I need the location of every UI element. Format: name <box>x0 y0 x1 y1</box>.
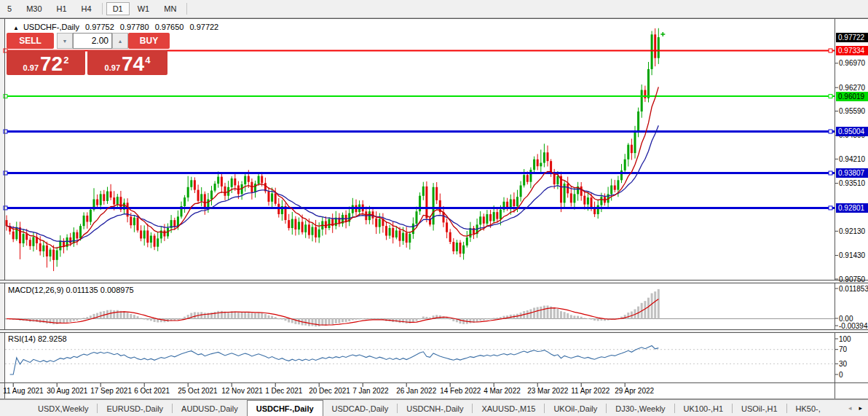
tab-scroll-left-icon[interactable]: ◂ <box>845 404 856 412</box>
macd-histogram-bar <box>483 319 485 321</box>
tab-scroll-right-icon[interactable]: ▸ <box>855 404 866 412</box>
ask-price-button[interactable]: 0.97744 <box>87 50 167 75</box>
chart-tab-ukoil-daily[interactable]: UKOil-,Daily <box>545 400 606 416</box>
candle-body <box>533 160 535 170</box>
candle-body <box>79 226 82 238</box>
candle-body <box>641 90 643 112</box>
price-axis-label: 0.96970 <box>839 59 868 67</box>
line-handle-right[interactable] <box>829 95 832 98</box>
candle-body <box>496 212 498 219</box>
date-axis-label: 25 Oct 2021 <box>178 387 217 395</box>
macd-histogram-bar <box>368 318 371 319</box>
macd-histogram-bar <box>529 309 532 318</box>
chart-tab-xauusd-m15[interactable]: XAUUSD-,M15 <box>473 400 544 416</box>
bid-big-digits: 72 <box>40 53 63 75</box>
volume-input[interactable]: 2.00 <box>73 33 112 49</box>
candle-body <box>137 218 139 231</box>
timeframe-button-5[interactable]: 5 <box>1 3 18 15</box>
chart-tab-usdx-weekly[interactable]: USDX,Weekly <box>29 400 97 416</box>
macd-histogram-bar <box>543 306 545 319</box>
timeframe-button-w1[interactable]: W1 <box>131 3 157 15</box>
macd-label: MACD(12,26,9) 0.011135 0.008975 <box>8 286 134 294</box>
chart-tab-usoil-h1[interactable]: USOil-,H1 <box>733 400 786 416</box>
macd-histogram-bar <box>540 307 542 319</box>
timeframe-button-h4[interactable]: H4 <box>75 3 98 15</box>
macd-histogram-bar <box>573 315 575 318</box>
macd-histogram-bar <box>462 319 465 324</box>
timeframe-toolbar: 5M30H1H4D1W1MN <box>0 0 868 18</box>
volume-decrease-button[interactable]: ▼ <box>57 33 73 49</box>
candle-body <box>651 34 653 69</box>
timeframe-button-h1[interactable]: H1 <box>50 3 74 15</box>
candle-body <box>456 243 458 251</box>
candle-body <box>399 230 401 240</box>
bid-price-button[interactable]: 0.97722 <box>7 50 85 75</box>
macd-histogram-bar <box>73 319 75 321</box>
macd-histogram-bar <box>335 319 337 324</box>
chart-tab-usdcad-daily[interactable]: USDCAD-,Daily <box>323 400 398 416</box>
candle-body <box>312 227 314 235</box>
candle-body <box>248 176 250 182</box>
macd-histogram-bar <box>486 319 488 320</box>
macd-histogram-bar <box>651 294 653 319</box>
candle-body <box>301 222 304 232</box>
macd-histogram-bar <box>83 318 85 318</box>
chart-tab-audusd-daily[interactable]: AUDUSD-,Daily <box>173 400 247 416</box>
chart-tab-hk50[interactable]: HK50-, <box>787 400 829 416</box>
timeframe-button-d1[interactable]: D1 <box>106 2 130 15</box>
volume-increase-button[interactable]: ▲ <box>112 33 128 49</box>
macd-histogram-bar <box>308 319 310 326</box>
candle-body <box>154 236 156 247</box>
candle-body <box>69 238 71 243</box>
date-axis-label: 6 Oct 2021 <box>134 387 170 395</box>
macd-histogram-bar <box>42 319 44 323</box>
candle-body <box>587 197 589 205</box>
line-handle-right[interactable] <box>829 130 832 133</box>
macd-histogram-bar <box>268 315 270 319</box>
chart-tab-eurusd-daily[interactable]: EURUSD-,Daily <box>98 400 172 416</box>
collapse-triangle-icon[interactable]: ▲ <box>13 25 19 31</box>
candle-body <box>96 200 98 205</box>
candle-body <box>395 230 398 238</box>
line-handle-right[interactable] <box>829 206 832 210</box>
date-axis-label: 11 Apr 2022 <box>571 387 609 395</box>
macd-histogram-bar <box>241 313 243 319</box>
candle-body <box>234 178 236 186</box>
macd-histogram-bar <box>406 319 408 324</box>
chart-tab-dj30-weekly[interactable]: DJ30-,Weekly <box>607 400 674 416</box>
line-handle-right[interactable] <box>829 49 832 52</box>
candle-body <box>117 197 119 205</box>
candle-body <box>483 216 485 224</box>
candle-body <box>425 187 427 219</box>
price-axis-label: 0.90750 <box>839 275 868 283</box>
date-axis-label: 11 Aug 2021 <box>3 387 43 395</box>
macd-histogram-bar <box>644 301 646 318</box>
candle-body <box>325 221 327 229</box>
chart-tab-usdchf-daily[interactable]: USDCHF-,Daily <box>247 400 323 416</box>
candle-body <box>412 224 414 234</box>
chart-tab-usdcnh-daily[interactable]: USDCNH-,Daily <box>398 400 472 416</box>
candle-body <box>29 240 31 246</box>
candle-body <box>556 176 559 184</box>
candle-body <box>73 232 75 243</box>
macd-histogram-bar <box>479 319 481 321</box>
macd-histogram-bar <box>342 319 344 323</box>
date-axis-label: 4 Mar 2022 <box>484 387 521 395</box>
macd-histogram-bar <box>50 319 52 324</box>
macd-histogram-bar <box>237 313 240 319</box>
macd-histogram-bar <box>399 319 401 323</box>
candle-body <box>143 230 146 238</box>
timeframe-button-mn[interactable]: MN <box>157 3 183 15</box>
candle-body <box>207 200 209 208</box>
line-handle-right[interactable] <box>829 171 832 175</box>
buy-button[interactable]: BUY <box>128 33 170 49</box>
chart-tab-uk100-h1[interactable]: UK100-,H1 <box>675 400 732 416</box>
macd-histogram-bar <box>553 308 556 319</box>
sell-button[interactable]: SELL <box>7 33 54 49</box>
timeframe-button-m30[interactable]: M30 <box>20 3 48 15</box>
candle-body <box>379 219 381 227</box>
macd-histogram-bar <box>254 313 256 319</box>
macd-histogram-bar <box>258 313 260 318</box>
macd-histogram-bar <box>365 319 367 320</box>
candle-body <box>500 210 502 219</box>
